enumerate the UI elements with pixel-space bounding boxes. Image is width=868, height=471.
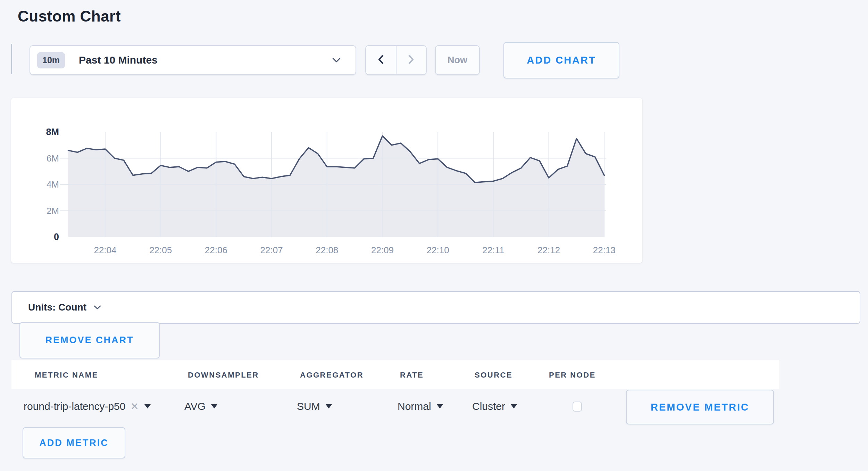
downsampler-dropdown[interactable]: AVG [184, 389, 217, 424]
remove-chart-button[interactable]: REMOVE CHART [19, 322, 160, 358]
metric-table-row: round-trip-latency-p50 ✕ AVG SUM Normal … [11, 389, 868, 424]
caret-down-icon [326, 404, 332, 408]
aggregator-dropdown[interactable]: SUM [297, 389, 332, 424]
svg-text:8M: 8M [46, 127, 59, 137]
column-header-metric-name: METRIC NAME [35, 371, 98, 380]
remove-metric-button[interactable]: REMOVE METRIC [626, 390, 774, 424]
svg-text:22:13: 22:13 [593, 245, 616, 255]
column-header-rate: RATE [400, 371, 424, 380]
svg-text:22:11: 22:11 [482, 245, 504, 255]
metric-table-header: METRIC NAME DOWNSAMPLER AGGREGATOR RATE … [11, 360, 779, 389]
svg-text:22:05: 22:05 [149, 245, 172, 255]
time-range-stepper [365, 45, 427, 75]
svg-text:0: 0 [54, 232, 59, 242]
aggregator-value: SUM [297, 400, 320, 412]
add-chart-button[interactable]: ADD CHART [503, 42, 619, 78]
page-title: Custom Chart [18, 8, 121, 25]
per-node-checkbox[interactable] [573, 402, 582, 412]
svg-text:22:12: 22:12 [537, 245, 560, 255]
caret-down-icon [511, 404, 517, 408]
svg-text:22:04: 22:04 [94, 245, 116, 255]
now-button[interactable]: Now [435, 45, 480, 75]
chevron-left-icon [377, 54, 385, 66]
svg-text:4M: 4M [47, 179, 59, 190]
units-label: Units: Count [28, 302, 86, 313]
source-value: Cluster [472, 400, 505, 412]
metric-area-chart[interactable]: 22:0422:0522:0622:0722:0822:0922:1022:11… [11, 98, 642, 263]
prev-range-button[interactable] [366, 46, 396, 74]
next-range-button[interactable] [397, 46, 426, 74]
chevron-right-icon [407, 54, 415, 66]
svg-text:6M: 6M [47, 153, 59, 164]
column-header-source: SOURCE [475, 371, 512, 380]
svg-text:22:09: 22:09 [371, 245, 394, 255]
column-header-aggregator: AGGREGATOR [300, 371, 364, 380]
time-window-label: Past 10 Minutes [79, 54, 158, 66]
metric-chart-card: 22:0422:0522:0622:0722:0822:0922:1022:11… [11, 98, 642, 263]
svg-text:2M: 2M [47, 206, 59, 216]
time-window-badge: 10m [37, 52, 65, 68]
time-range-dropdown[interactable]: 10m Past 10 Minutes [30, 45, 356, 75]
caret-down-icon [211, 404, 217, 408]
metric-name-dropdown[interactable]: round-trip-latency-p50 ✕ [24, 389, 151, 424]
rate-dropdown[interactable]: Normal [398, 389, 443, 424]
add-metric-button[interactable]: ADD METRIC [23, 427, 125, 458]
chevron-down-icon [93, 305, 101, 310]
metric-name-value: round-trip-latency-p50 [24, 400, 125, 412]
close-icon[interactable]: ✕ [130, 400, 139, 412]
caret-down-icon [144, 404, 151, 408]
units-dropdown[interactable]: Units: Count [11, 291, 860, 324]
rate-value: Normal [398, 400, 431, 412]
svg-text:22:08: 22:08 [316, 245, 338, 255]
chevron-down-icon [332, 57, 341, 63]
source-dropdown[interactable]: Cluster [472, 389, 517, 424]
svg-text:22:10: 22:10 [427, 245, 449, 255]
caret-down-icon [437, 404, 443, 408]
downsampler-value: AVG [184, 400, 206, 412]
column-header-downsampler: DOWNSAMPLER [188, 371, 259, 380]
svg-text:22:06: 22:06 [205, 245, 227, 255]
column-header-per-node: PER NODE [549, 371, 596, 380]
toolbar-accent-rule [11, 44, 12, 74]
svg-text:22:07: 22:07 [260, 245, 283, 255]
